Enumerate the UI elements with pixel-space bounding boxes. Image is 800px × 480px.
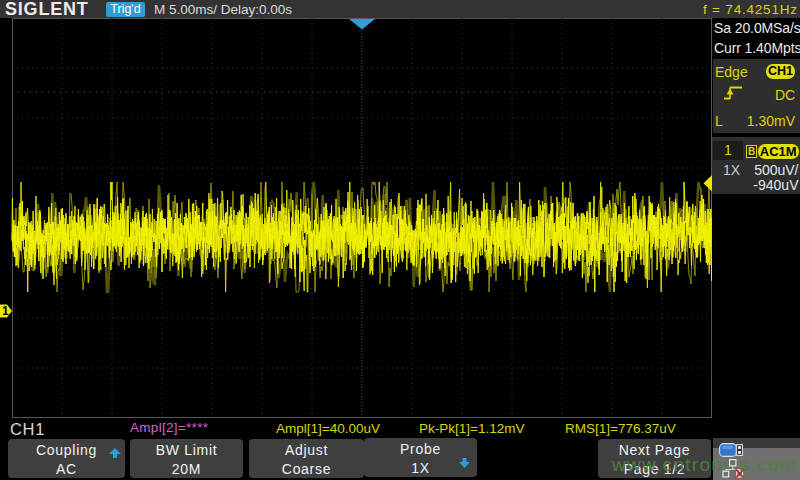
svg-text:1: 1: [2, 304, 9, 318]
